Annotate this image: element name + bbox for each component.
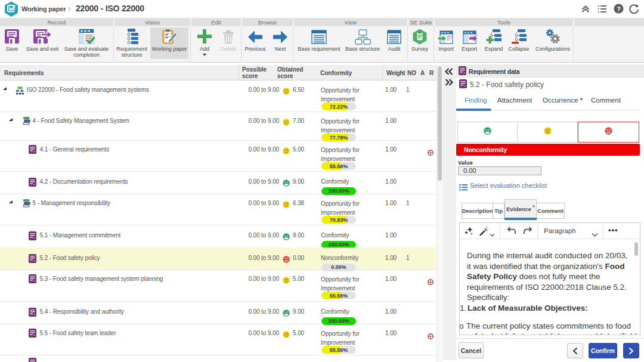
svg-text:?: ? <box>617 5 621 13</box>
